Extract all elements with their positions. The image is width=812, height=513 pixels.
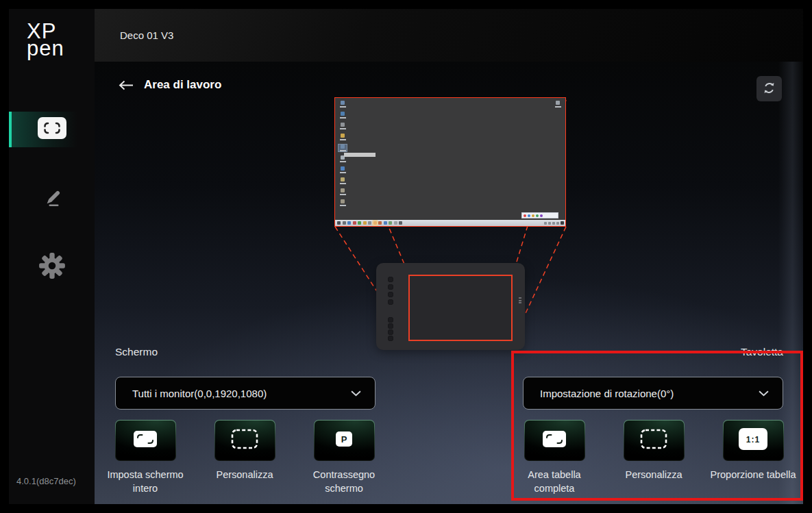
desktop-icon [339,145,347,151]
back-button[interactable] [118,80,134,93]
screen-mark-button[interactable]: P [314,420,375,461]
screen-section-label: Schermo [115,346,158,358]
tablet-logo [519,297,521,307]
sidebar-item-work-area[interactable] [9,112,95,147]
custom-area-icon [231,429,258,452]
taskbar [335,220,565,226]
express-key [388,329,393,335]
customize-tablet-button[interactable] [624,420,685,461]
desktop-icon [339,188,347,195]
tool-label: Personalizza [216,468,273,482]
screen-dropdown-value: Tutti i monitor(0,0,1920,1080) [116,388,351,399]
customize-tablet-tool: Personalizza [602,420,705,482]
full-tablet-area-button[interactable] [524,420,585,461]
active-accent-bar [9,112,12,147]
tool-label: Contrassegno schermo [306,468,382,495]
screen-mark-tool: P Contrassegno schermo [293,420,395,495]
desktop-icon [339,166,347,173]
xppen-logo: XP pen [27,23,64,58]
refresh-icon [762,81,776,97]
desktop-icon [339,134,347,140]
sidebar: XP pen [9,9,95,504]
desktop-icon [339,123,347,129]
custom-area-icon [640,429,667,452]
rotation-dropdown[interactable]: Impostazione di rotazione(0°) [523,377,783,410]
system-tray-popup [521,212,558,218]
screen-mark-icon: P [335,431,353,450]
tablet-active-area[interactable] [408,275,513,341]
rotation-dropdown-value: Impostazione di rotazione(0°) [524,388,759,399]
full-tablet-area-icon [542,430,567,451]
refresh-button[interactable] [756,76,782,101]
express-key [388,284,393,290]
pen-icon [40,185,64,212]
tablet-ratio-tool: 1:1 Proporzione tabella [702,420,803,482]
device-title: Deco 01 V3 [120,29,173,41]
screen-dropdown[interactable]: Tutti i monitor(0,0,1920,1080) [115,377,376,410]
tool-label: Proporzione tabella [711,468,796,482]
svg-text:1:1: 1:1 [746,435,760,445]
full-tablet-area-tool: Area tabella completa [503,420,606,495]
tablet-section-label: Tavoletta [741,346,783,358]
work-area-page: Area di lavoro [95,62,803,504]
desktop-icon [339,199,347,206]
tool-label: Imposta schermo intero [95,468,197,495]
gear-icon [38,251,66,283]
page-title: Area di lavoro [144,78,221,92]
driver-version-label: 4.0.1(d8c7dec) [16,476,76,486]
desktop-icon [339,101,347,108]
logo-line-2: pen [27,40,64,57]
express-key [388,336,393,341]
set-full-screen-tool: Imposta schermo intero [95,420,197,495]
customize-screen-tool: Personalizza [193,420,296,482]
desktop-icon-top-right [554,101,562,108]
tablet-ratio-button[interactable]: 1:1 [723,420,784,461]
sidebar-item-settings[interactable] [9,246,95,288]
express-key [388,299,393,305]
chevron-down-icon [351,390,361,397]
desktop-selection-tooltip [344,153,376,157]
desktop-icon [339,112,347,118]
xppen-driver-window: XP pen [0,0,812,513]
desktop-icon [339,177,347,184]
tool-label: Personalizza [625,468,682,482]
ratio-icon: 1:1 [738,427,768,453]
svg-text:P: P [341,434,347,445]
express-key [388,277,393,282]
set-full-screen-button[interactable] [115,420,176,461]
monitor-preview [334,97,566,227]
arrow-left-icon [118,81,134,92]
sidebar-item-pen-settings[interactable] [9,179,95,218]
express-key [388,323,393,329]
express-key [388,317,393,323]
chevron-down-icon [759,390,769,397]
fullscreen-icon [133,430,158,451]
work-area-icon [37,116,67,142]
customize-screen-button[interactable] [214,420,275,461]
tool-label: Area tabella completa [516,468,593,495]
titlebar: Deco 01 V3 [95,9,803,62]
express-key [388,292,393,297]
